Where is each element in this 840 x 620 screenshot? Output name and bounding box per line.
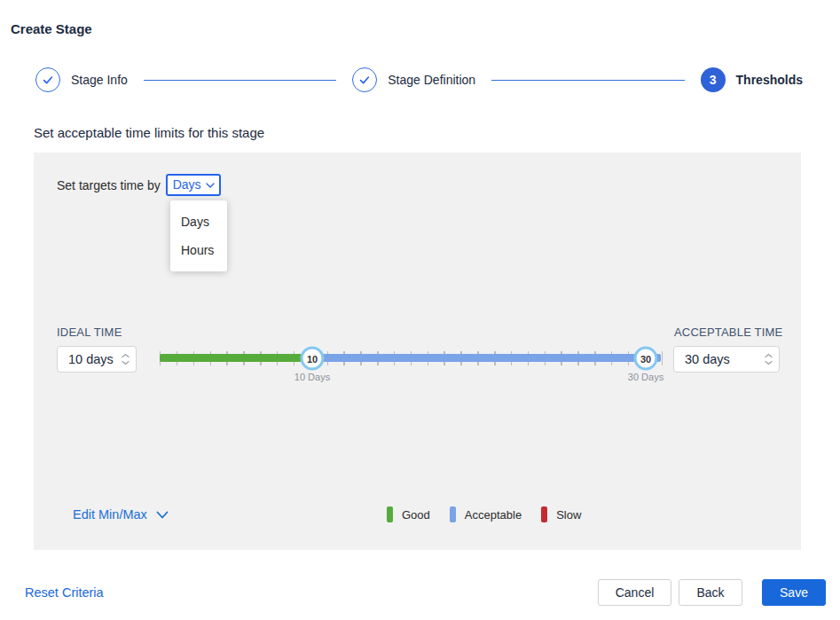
legend-swatch-good (387, 506, 393, 522)
unit-select-dropdown[interactable]: Days (166, 174, 221, 196)
slider-track[interactable] (160, 354, 661, 362)
slider-handle-ideal[interactable]: 10 (301, 347, 325, 371)
threshold-legend: Good Acceptable Slow (387, 506, 581, 522)
step-connector (491, 80, 684, 81)
footer-buttons: Cancel Back Save (598, 579, 826, 606)
legend-label: Good (402, 508, 430, 522)
step-number-badge: 3 (701, 67, 726, 92)
acceptable-time-value: 30 days (685, 352, 730, 366)
unit-select-value: Days (173, 177, 201, 192)
slider-segment-good (160, 354, 312, 362)
menu-item-hours[interactable]: Hours (170, 236, 227, 264)
create-stage-dialog: Create Stage Stage Info Stage Definition… (0, 0, 840, 620)
wizard-stepper: Stage Info Stage Definition 3 Thresholds (35, 67, 803, 92)
slider-handle-acceptable[interactable]: 30 (634, 347, 658, 371)
legend-item-good: Good (387, 506, 430, 522)
targets-row: Set targets time by Days (57, 174, 221, 196)
page-title: Create Stage (11, 21, 92, 36)
menu-item-days[interactable]: Days (170, 208, 227, 236)
ideal-time-label: IDEAL TIME (57, 326, 122, 339)
ideal-time-value: 10 days (68, 352, 114, 366)
chevron-down-icon (156, 511, 169, 519)
save-button[interactable]: Save (762, 579, 826, 606)
check-circle-icon (352, 67, 377, 92)
edit-minmax-label: Edit Min/Max (73, 507, 147, 522)
section-heading: Set acceptable time limits for this stag… (34, 125, 264, 140)
step-label: Thresholds (736, 73, 803, 87)
unit-select-menu: Days Hours (170, 200, 227, 271)
step-stage-definition[interactable]: Stage Definition (352, 67, 475, 92)
slider-value-label: 10 Days (294, 372, 330, 382)
step-label: Stage Definition (388, 73, 475, 87)
stepper-arrows-icon[interactable] (122, 354, 130, 365)
acceptable-time-input[interactable]: 30 days (673, 346, 780, 373)
step-thresholds[interactable]: 3 Thresholds (701, 67, 803, 92)
slider-segment-acceptable (312, 354, 661, 362)
targets-label: Set targets time by (57, 178, 161, 192)
legend-item-slow: Slow (541, 506, 581, 522)
acceptable-time-label: ACCEPTABLE TIME (674, 326, 782, 339)
legend-label: Acceptable (465, 508, 522, 522)
check-circle-icon (35, 67, 60, 92)
chevron-down-icon (206, 183, 215, 188)
step-connector (144, 80, 336, 81)
thresholds-panel: Set targets time by Days Days Hours IDEA… (34, 153, 801, 550)
back-button[interactable]: Back (679, 579, 742, 606)
time-threshold-slider[interactable]: 10 30 10 Days 30 Days (160, 344, 663, 385)
stepper-arrows-icon[interactable] (765, 354, 773, 365)
legend-item-acceptable: Acceptable (450, 506, 522, 522)
legend-swatch-acceptable (450, 506, 456, 522)
step-stage-info[interactable]: Stage Info (35, 67, 128, 92)
legend-label: Slow (556, 508, 581, 522)
edit-minmax-toggle[interactable]: Edit Min/Max (73, 507, 169, 522)
slider-value-label: 30 Days (628, 372, 663, 382)
cancel-button[interactable]: Cancel (598, 579, 671, 606)
ideal-time-input[interactable]: 10 days (57, 346, 137, 373)
legend-swatch-slow (541, 506, 547, 522)
reset-criteria-link[interactable]: Reset Criteria (25, 579, 104, 606)
step-label: Stage Info (71, 73, 128, 87)
